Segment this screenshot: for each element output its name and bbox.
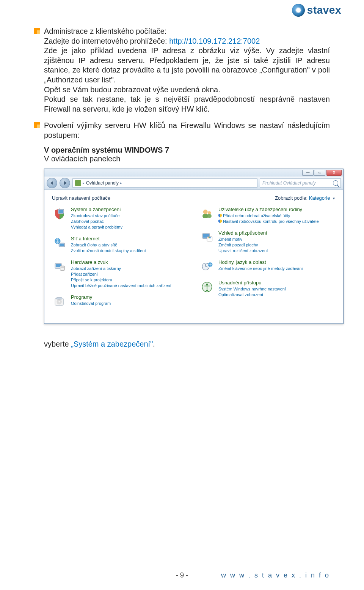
select-pre: vyberte: [44, 340, 71, 348]
category-sub-link[interactable]: Změnit pozadí plochy: [218, 242, 268, 248]
maximize-button[interactable]: ▭: [314, 170, 325, 176]
category-sub-link[interactable]: Změnit motiv: [218, 237, 268, 242]
control-panel-window: — ▭ x ▸ Ovládací panely ▸ Prohledat Ovlá…: [44, 169, 344, 324]
category-sub-link[interactable]: Připojit se k projektoru: [71, 277, 171, 283]
page-number: - 9 -: [0, 571, 364, 579]
category-texts: Hodiny, jazyk a oblastZměnit klávesnice …: [218, 259, 303, 271]
category-texts: Systém a zabezpečeníZkontrolovat stav po…: [71, 206, 122, 230]
appearance-icon: [199, 230, 215, 245]
category-grid: Systém a zabezpečeníZkontrolovat stav po…: [52, 206, 336, 314]
category-main-link[interactable]: Hardware a zvuk: [71, 259, 171, 266]
view-value: Kategorie: [309, 195, 330, 201]
svg-rect-16: [207, 214, 212, 218]
category-sub-link[interactable]: Odinstalovat program: [71, 301, 111, 306]
select-post: .: [153, 340, 155, 348]
minimize-button[interactable]: —: [302, 170, 314, 176]
control-panel-icon: [75, 180, 81, 186]
adjust-label: Upravit nastavení počítače: [52, 195, 110, 201]
crumb-control-panel: Ovládací panely: [86, 180, 119, 186]
category-item: Hodiny, jazyk a oblastZměnit klávesnice …: [199, 259, 336, 274]
category-texts: Hardware a zvukZobrazit zařízení a tiská…: [71, 259, 171, 289]
category-main-link[interactable]: Síť a Internet: [71, 235, 146, 242]
category-item: Usnadnění přístupuSystém Windows navrhne…: [199, 279, 336, 298]
bullet-icon: [34, 122, 40, 128]
category-sub-link[interactable]: Zvolit možnosti domácí skupiny a sdílení: [71, 248, 146, 254]
admin-line4: Opět se Vám budou zobrazovat výše uveden…: [44, 85, 220, 94]
chevron-icon: ▸: [83, 181, 85, 185]
nav-back-button[interactable]: [47, 178, 57, 188]
brand-logo: stavex: [292, 4, 341, 17]
category-sub-link[interactable]: Zkontrolovat stav počítače: [71, 213, 122, 219]
ease-icon: [199, 279, 215, 295]
bullet-icon: [34, 28, 40, 34]
nav-bar: ▸ Ovládací panely ▸ Prohledat Ovládací p…: [44, 177, 343, 190]
select-instruction: vyberte „Systém a zabezpečení".: [44, 340, 330, 349]
firewall-text: Povolení výjimky serveru HW klíčů na Fir…: [44, 121, 330, 139]
category-sub-link[interactable]: Nastavit rodičovskou kontrolu pro všechn…: [218, 219, 319, 224]
category-item: Uživatelské účty a zabezpečení rodinyPři…: [199, 206, 336, 224]
svg-point-11: [58, 301, 60, 302]
svg-point-13: [203, 209, 208, 214]
category-main-link[interactable]: Programy: [71, 294, 111, 301]
nav-forward-button[interactable]: [60, 178, 70, 188]
category-col-right: Uživatelské účty a zabezpečení rodinyPři…: [199, 206, 336, 314]
svg-rect-22: [210, 237, 212, 238]
category-sub-link[interactable]: Systém Windows navrhne nastavení: [218, 286, 286, 292]
view-by[interactable]: Zobrazit podle: Kategorie ▼: [275, 195, 336, 201]
svg-rect-1: [58, 210, 63, 213]
admin-url-link[interactable]: http://10.109.172.212:7002: [169, 37, 260, 45]
search-icon: [333, 180, 338, 186]
admin-line5: Pokud se tak nestane, tak je s největší …: [44, 95, 330, 113]
category-item: Síť a InternetZobrazit úlohy a stav sítě…: [52, 235, 188, 254]
admin-heading: Administrace z klientského počítače:: [44, 27, 167, 35]
category-main-link[interactable]: Systém a zabezpečení: [71, 206, 122, 213]
bullet-firewall-exception: Povolení výjimky serveru HW klíčů na Fir…: [34, 121, 330, 140]
logo-text: stavex: [307, 4, 341, 16]
svg-point-15: [208, 211, 211, 215]
svg-rect-12: [56, 298, 62, 299]
category-sub-link[interactable]: Zálohovat počítač: [71, 219, 122, 224]
category-main-link[interactable]: Usnadnění přístupu: [218, 279, 286, 286]
category-sub-link[interactable]: Změnit klávesnice nebo jiné metody zadáv…: [218, 266, 303, 271]
category-sub-link[interactable]: Upravit běžně používané nastavení mobiln…: [71, 283, 171, 289]
bullet-admin-client: Administrace z klientského počítače: Zad…: [34, 27, 330, 114]
category-sub-link[interactable]: Přidat zařízení: [71, 271, 171, 277]
search-input[interactable]: Prohledat Ovládací panely: [260, 178, 341, 188]
category-texts: ProgramyOdinstalovat program: [71, 294, 111, 306]
category-sub-link[interactable]: Vyhledat a opravit problémy: [71, 224, 122, 230]
chevron-icon: ▸: [120, 181, 122, 185]
clock-icon: [199, 259, 215, 274]
close-button[interactable]: x: [326, 170, 342, 176]
cp-header-bar: Upravit nastavení počítače Zobrazit podl…: [52, 195, 336, 201]
admin-line2a: Zadejte do internetového prohlížeče:: [44, 37, 169, 45]
admin-line3: Zde je jako příklad uvedena IP adresa z …: [44, 46, 330, 84]
svg-rect-21: [209, 237, 210, 238]
category-main-link[interactable]: Hodiny, jazyk a oblast: [218, 259, 303, 266]
os-line: V operačním systému WINDOWS 7: [44, 146, 330, 155]
category-main-link[interactable]: Vzhled a přizpůsobení: [218, 230, 268, 237]
category-sub-link[interactable]: Upravit rozlišení zobrazení: [218, 248, 268, 254]
users-icon: [199, 206, 215, 221]
category-texts: Vzhled a přizpůsobeníZměnit motivZměnit …: [218, 230, 268, 254]
category-item: Vzhled a přizpůsobeníZměnit motivZměnit …: [199, 230, 336, 254]
category-sub-link[interactable]: Zobrazit úlohy a stav sítě: [71, 242, 146, 248]
breadcrumb[interactable]: ▸ Ovládací panely ▸: [72, 178, 257, 188]
svg-rect-20: [208, 237, 209, 238]
category-item: Hardware a zvukZobrazit zařízení a tiská…: [52, 259, 188, 289]
svg-rect-4: [60, 243, 64, 246]
category-main-link[interactable]: Uživatelské účty a zabezpečení rodiny: [218, 206, 319, 213]
category-texts: Usnadnění přístupuSystém Windows navrhne…: [218, 279, 286, 298]
category-sub-link[interactable]: Zobrazit zařízení a tiskárny: [71, 266, 171, 271]
logo-disc-icon: [292, 4, 305, 17]
category-item: Systém a zabezpečeníZkontrolovat stav po…: [52, 206, 188, 230]
shield-icon: [52, 206, 67, 221]
category-item: ProgramyOdinstalovat program: [52, 294, 188, 309]
category-sub-link[interactable]: Přidat nebo odebrat uživatelské účty: [218, 213, 319, 219]
category-sub-link[interactable]: Optimalizovat zobrazení: [218, 292, 286, 298]
svg-rect-8: [61, 267, 64, 268]
select-system-security: „Systém a zabezpečení": [71, 340, 153, 348]
panels-line: V ovládacích panelech: [44, 155, 330, 163]
category-texts: Uživatelské účty a zabezpečení rodinyPři…: [218, 206, 319, 224]
control-panel-body: Upravit nastavení počítače Zobrazit podl…: [44, 190, 343, 323]
window-titlebar: — ▭ x: [44, 169, 343, 177]
